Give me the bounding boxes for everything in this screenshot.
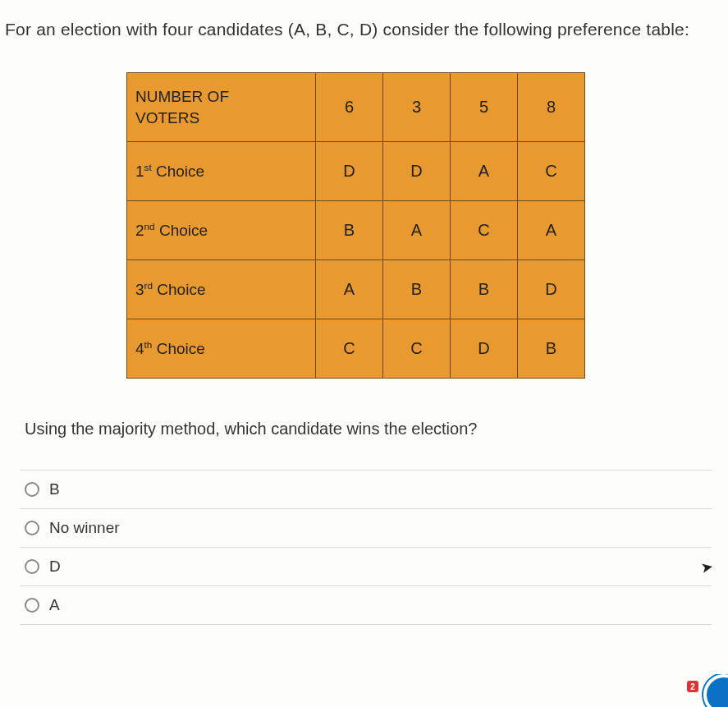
option-b[interactable]: B	[20, 470, 712, 508]
radio-icon	[25, 521, 39, 535]
pref-cell: B	[383, 260, 451, 319]
voter-count-cell: 8	[518, 73, 585, 142]
question-page: For an election with four candidates (A,…	[0, 0, 728, 707]
pref-cell: B	[316, 201, 383, 260]
radio-icon	[25, 559, 39, 574]
table-row: 1st Choice D D A C	[127, 142, 585, 201]
pref-cell: B	[518, 319, 585, 379]
pref-cell: D	[316, 142, 383, 201]
preference-table: NUMBER OF VOTERS 6 3 5 8 1st Choice D D …	[126, 72, 585, 379]
option-label: D	[49, 558, 61, 576]
table-row: 2nd Choice B A C A	[127, 201, 585, 260]
cursor-icon: ➤	[699, 558, 715, 577]
pref-cell: C	[383, 319, 451, 379]
choice-label: 2nd Choice	[127, 201, 316, 260]
voter-count-cell: 3	[383, 73, 451, 142]
question-stem: For an election with four candidates (A,…	[0, 20, 712, 39]
voter-count-cell: 6	[316, 73, 383, 142]
table-header-row: NUMBER OF VOTERS 6 3 5 8	[127, 73, 585, 142]
radio-icon	[25, 598, 39, 613]
table-row: 3rd Choice A B B D	[127, 260, 585, 319]
option-no-winner[interactable]: No winner	[20, 508, 712, 547]
option-label: B	[49, 480, 60, 498]
choice-label: 3rd Choice	[127, 260, 316, 319]
pref-cell: D	[383, 142, 451, 201]
table-row: 4th Choice C C D B	[127, 319, 585, 379]
sub-question: Using the majority method, which candida…	[0, 420, 712, 438]
preference-table-container: NUMBER OF VOTERS 6 3 5 8 1st Choice D D …	[0, 72, 712, 379]
header-line-2: VOTERS	[135, 109, 199, 126]
pref-cell: C	[518, 142, 585, 201]
notification-badge: 2	[687, 681, 698, 692]
pref-cell: C	[451, 201, 518, 260]
radio-icon	[25, 482, 39, 497]
header-line-1: NUMBER OF	[135, 88, 229, 105]
pref-cell: C	[316, 319, 383, 379]
option-a[interactable]: A	[20, 585, 712, 625]
pref-cell: A	[451, 142, 518, 201]
choice-label: 1st Choice	[127, 142, 316, 201]
option-d[interactable]: D	[20, 547, 712, 585]
pref-cell: D	[518, 260, 585, 319]
voter-count-cell: 5	[451, 73, 518, 142]
choice-label: 4th Choice	[127, 319, 316, 379]
help-bubble-icon	[703, 674, 728, 707]
option-label: No winner	[49, 519, 120, 537]
help-widget[interactable]: 2	[671, 674, 728, 707]
pref-cell: A	[383, 201, 451, 260]
answer-options: B No winner D A	[0, 470, 712, 625]
pref-cell: A	[518, 201, 585, 260]
pref-cell: D	[451, 319, 518, 379]
header-voters-label: NUMBER OF VOTERS	[127, 73, 316, 142]
pref-cell: A	[316, 260, 383, 319]
option-label: A	[49, 596, 60, 614]
pref-cell: B	[451, 260, 518, 319]
